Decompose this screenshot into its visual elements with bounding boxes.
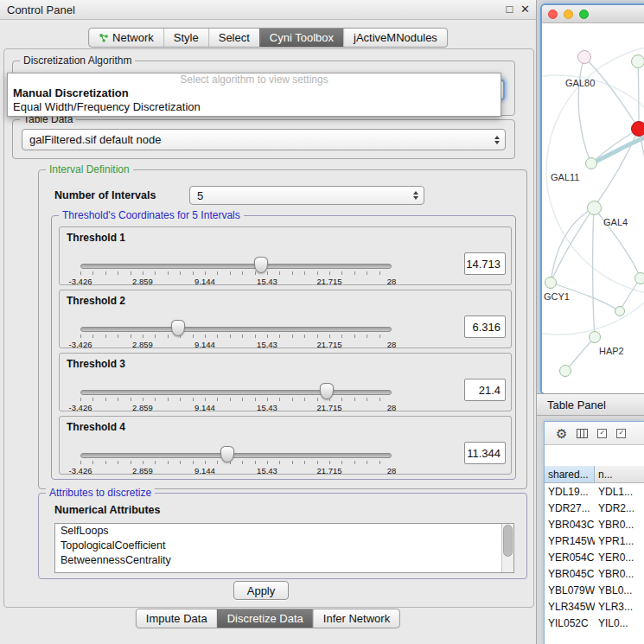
algorithm-option-equal-width[interactable]: Equal Width/Frequency Discretization xyxy=(8,100,501,114)
tick-label: -3.426 xyxy=(69,277,92,286)
network-node[interactable] xyxy=(587,201,602,215)
checkbox-function-icon[interactable]: ✓ xyxy=(616,429,626,438)
table-row[interactable]: YBL079WYBL0... xyxy=(545,582,644,598)
slider-ticks xyxy=(80,461,392,464)
tab-impute-data[interactable]: Impute Data xyxy=(137,609,217,628)
tick-label: 9.144 xyxy=(194,403,215,412)
close-traffic-light-icon[interactable] xyxy=(548,10,558,19)
tab-style[interactable]: Style xyxy=(163,29,208,47)
table-row[interactable]: YPR145WYPR1... xyxy=(545,532,644,549)
table-toolbar: ⚙ ✓ ✓ xyxy=(545,422,644,445)
tab-jactivemnodules-label: jActiveMNodules xyxy=(354,31,437,44)
table-row[interactable]: YDR27...YDR2... xyxy=(545,500,644,516)
checkbox-select-icon[interactable]: ✓ xyxy=(597,429,607,438)
tab-infer-network-label: Infer Network xyxy=(323,612,390,625)
tab-select[interactable]: Select xyxy=(208,29,259,47)
gear-icon[interactable]: ⚙ xyxy=(556,427,567,440)
tick-label: 28 xyxy=(387,466,397,475)
tick-label: 21.715 xyxy=(316,466,341,475)
number-of-intervals-combobox[interactable]: 5 xyxy=(189,186,424,205)
threshold-label: Threshold 1 xyxy=(67,232,125,244)
tab-discretize-data[interactable]: Discretize Data xyxy=(217,609,313,628)
column-header-shared-name[interactable]: shared... xyxy=(545,466,595,482)
column-header-name[interactable]: n... xyxy=(595,466,644,482)
network-canvas[interactable]: GAL80 GAL11 GAL4 GCY1 HAP2 xyxy=(542,23,644,392)
table-row[interactable]: YBR043CYBR0... xyxy=(545,516,644,532)
tab-cyni-toolbox[interactable]: Cyni Toolbox xyxy=(259,29,343,47)
tab-style-label: Style xyxy=(174,31,199,44)
network-node[interactable] xyxy=(615,306,625,316)
cell: YPR145W xyxy=(545,535,595,547)
network-node[interactable] xyxy=(545,277,557,289)
network-node[interactable] xyxy=(634,272,644,284)
tab-network[interactable]: Network xyxy=(89,29,163,47)
attributes-scrollbar[interactable] xyxy=(501,524,513,572)
algorithm-placeholder: Select algorithm to view settings xyxy=(8,73,501,86)
network-view-window: GAL80 GAL11 GAL4 GCY1 HAP2 xyxy=(540,3,644,395)
network-window-titlebar xyxy=(542,5,644,23)
cell: YLR3... xyxy=(595,601,644,613)
table-row[interactable]: YER054CYER0... xyxy=(545,549,644,565)
slider-track[interactable] xyxy=(80,390,392,395)
cell: YLR345W xyxy=(545,601,595,613)
table-row[interactable]: YBR045CYBR0... xyxy=(545,565,644,582)
network-node[interactable] xyxy=(577,50,591,64)
network-node[interactable] xyxy=(559,365,571,377)
threshold-slider[interactable]: -3.426 2.859 9.144 15.43 21.715 28 xyxy=(80,322,392,348)
list-item[interactable]: BetweennessCentrality xyxy=(55,553,513,568)
minimize-traffic-light-icon[interactable] xyxy=(564,10,573,19)
tick-label: 9.144 xyxy=(194,277,215,286)
attributes-group: Attributes to discretize Numerical Attri… xyxy=(38,493,527,579)
threshold-value-field[interactable]: 6.316 xyxy=(464,316,506,338)
list-item[interactable]: TopologicalCoefficient xyxy=(55,539,513,553)
tick-label: 9.144 xyxy=(194,340,215,349)
table-row[interactable]: YIL052CYIL0... xyxy=(545,615,644,631)
network-node-selected[interactable] xyxy=(631,121,644,137)
list-item[interactable]: SelfLoops xyxy=(55,524,513,539)
interval-definition-group-label: Interval Definition xyxy=(46,163,133,175)
slider-tick-labels: -3.426 2.859 9.144 15.43 21.715 28 xyxy=(80,466,392,475)
threshold-value-field[interactable]: 11.344 xyxy=(464,442,506,464)
slider-ticks xyxy=(80,271,392,275)
tab-cyni-toolbox-label: Cyni Toolbox xyxy=(270,31,334,44)
network-node[interactable] xyxy=(589,331,601,343)
tab-jactivemnodules[interactable]: jActiveMNodules xyxy=(343,29,447,47)
threshold-value-field[interactable]: 21.4 xyxy=(464,379,506,401)
table-data-combobox[interactable]: galFiltered.sif default node xyxy=(22,129,506,150)
apply-button[interactable]: Apply xyxy=(233,581,289,600)
threshold-2-panel: Threshold 2 -3.426 2.859 9.144 15.43 21.… xyxy=(59,290,512,348)
network-node[interactable] xyxy=(585,157,597,169)
scrollbar-thumb[interactable] xyxy=(503,525,513,557)
number-of-intervals-label: Number of Intervals xyxy=(54,189,156,201)
threshold-slider[interactable]: -3.426 2.859 9.144 15.43 21.715 28 xyxy=(80,385,392,411)
tick-label: 28 xyxy=(387,403,397,412)
control-panel-window: Control Panel □ ✕ Network Style Select C… xyxy=(0,0,537,644)
zoom-traffic-light-icon[interactable] xyxy=(579,10,589,19)
slider-track[interactable] xyxy=(80,327,392,332)
slider-track[interactable] xyxy=(80,264,392,269)
table-row[interactable]: YLR345WYLR3... xyxy=(545,598,644,615)
cell: YDL1... xyxy=(595,486,644,498)
window-title: Control Panel xyxy=(0,3,75,16)
tick-label: -3.426 xyxy=(69,466,92,475)
slider-track[interactable] xyxy=(80,453,392,458)
table-columns-icon[interactable] xyxy=(577,429,588,438)
threshold-1-panel: Threshold 1 -3.426 2.859 9.144 15.43 21.… xyxy=(59,226,512,285)
tab-infer-network[interactable]: Infer Network xyxy=(313,609,399,628)
algorithm-option-manual[interactable]: Manual Discretization xyxy=(8,86,501,100)
threshold-slider[interactable]: -3.426 2.859 9.144 15.43 21.715 28 xyxy=(80,258,392,284)
table-data-group: Table Data galFiltered.sif default node xyxy=(12,119,515,159)
network-node[interactable] xyxy=(631,54,644,68)
threshold-value-field[interactable]: 14.713 xyxy=(464,252,506,275)
cell: YPR1... xyxy=(595,535,644,547)
tick-label: -3.426 xyxy=(69,340,92,349)
cell: YIL0... xyxy=(595,617,644,629)
cell: YBR043C xyxy=(545,519,595,531)
close-window-icon[interactable]: ✕ xyxy=(519,2,532,16)
tick-label: 21.715 xyxy=(316,340,341,349)
table-panel-title: Table Panel xyxy=(537,399,606,411)
table-row[interactable]: YDL19...YDL1... xyxy=(545,483,644,500)
float-window-icon[interactable]: □ xyxy=(503,2,516,16)
thresholds-group-label: Threshold's Coordinates for 5 Intervals xyxy=(59,209,244,221)
threshold-slider[interactable]: -3.426 2.859 9.144 15.43 21.715 28 xyxy=(80,448,392,474)
